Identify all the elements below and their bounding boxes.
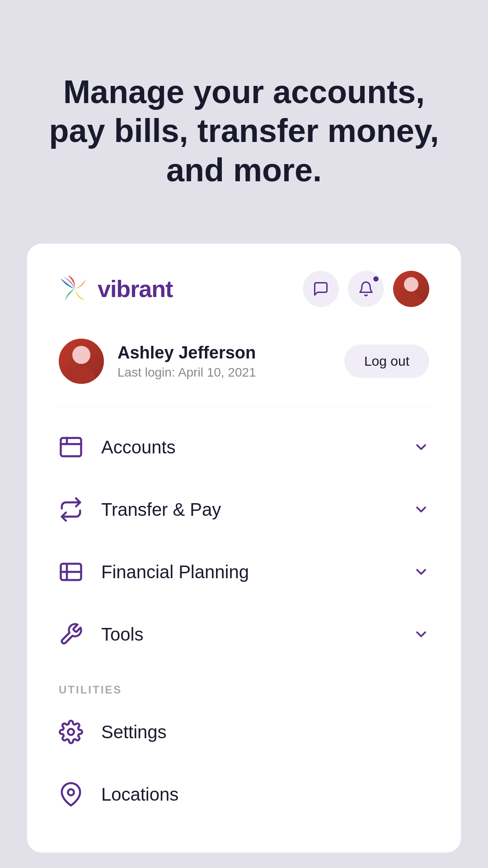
utilities-section: UTILITIES Settings [27,675,461,826]
user-silhouette-icon [59,339,104,384]
main-card: vibrant [27,244,461,853]
user-avatar [59,339,104,384]
svg-point-2 [72,346,90,364]
tools-label: Tools [101,624,143,645]
logout-button[interactable]: Log out [344,344,429,378]
notification-dot [372,275,380,283]
menu-item-transfer-pay[interactable]: Transfer & Pay [27,478,461,541]
settings-label: Settings [101,722,167,742]
transfer-pay-label: Transfer & Pay [101,500,221,520]
user-last-login: Last login: April 10, 2021 [117,365,256,380]
logo-text: vibrant [98,275,173,302]
user-info-row: Ashley Jefferson Last login: April 10, 2… [27,325,461,406]
accounts-item-left: Accounts [59,435,176,459]
user-info-left: Ashley Jefferson Last login: April 10, 2… [59,339,256,384]
financial-planning-item-left: Financial Planning [59,560,249,584]
vibrant-logo-icon [59,273,90,305]
locations-label: Locations [101,784,178,805]
utilities-label: UTILITIES [59,684,429,696]
accounts-label: Accounts [101,437,176,458]
svg-rect-4 [61,438,81,457]
transfer-pay-item-left: Transfer & Pay [59,497,221,522]
transfer-pay-icon [59,497,83,522]
svg-point-0 [404,277,418,292]
header-icons [303,271,429,307]
hero-title: Manage your accounts, pay bills, transfe… [36,72,452,189]
svg-point-1 [400,293,422,307]
locations-item-left: Locations [59,782,178,807]
header-avatar-button[interactable] [393,271,429,307]
logo-container: vibrant [59,273,173,305]
settings-icon [59,720,83,744]
menu-item-financial-planning[interactable]: Financial Planning [27,541,461,603]
settings-item-left: Settings [59,720,167,744]
financial-planning-label: Financial Planning [101,562,249,582]
svg-point-9 [68,729,74,735]
hero-section: Manage your accounts, pay bills, transfe… [0,0,488,244]
header-avatar [393,271,429,307]
header-user-silhouette [393,271,429,307]
user-details: Ashley Jefferson Last login: April 10, 2… [117,343,256,380]
card-header: vibrant [27,244,461,325]
message-icon [313,281,329,297]
menu-item-settings[interactable]: Settings [59,701,429,763]
locations-icon [59,782,83,807]
financial-planning-chevron-icon [413,564,429,580]
accounts-chevron-icon [413,439,429,455]
menu-item-tools[interactable]: Tools [27,603,461,665]
tools-chevron-icon [413,626,429,642]
user-name: Ashley Jefferson [117,343,256,363]
svg-point-3 [68,367,95,384]
notifications-button[interactable] [348,271,384,307]
bell-icon [358,281,374,297]
transfer-pay-chevron-icon [413,501,429,518]
financial-planning-icon [59,560,83,584]
menu-list: Accounts Transfer & Pay [27,407,461,675]
tools-icon [59,622,83,646]
accounts-icon [59,435,83,459]
menu-item-accounts[interactable]: Accounts [27,416,461,478]
message-button[interactable] [303,271,339,307]
tools-item-left: Tools [59,622,143,646]
menu-item-locations[interactable]: Locations [59,763,429,826]
svg-point-10 [68,789,74,796]
